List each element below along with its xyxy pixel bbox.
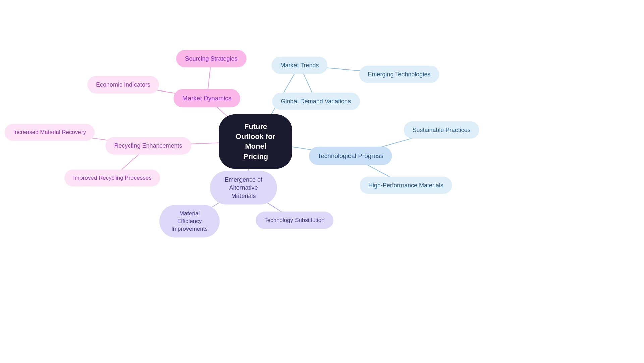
improved-recycling-processes-label: Improved Recycling Processes bbox=[73, 174, 151, 182]
emerging-technologies-node[interactable]: Emerging Technologies bbox=[359, 66, 439, 83]
market-dynamics-node[interactable]: Market Dynamics bbox=[174, 89, 240, 107]
sustainable-practices-node[interactable]: Sustainable Practices bbox=[404, 121, 479, 139]
technological-progress-node[interactable]: Technological Progress bbox=[309, 147, 392, 165]
economic-indicators-node[interactable]: Economic Indicators bbox=[87, 76, 159, 94]
emergence-alternative-node[interactable]: Emergence of AlternativeMaterials bbox=[210, 171, 277, 205]
emergence-alternative-label: Emergence of AlternativeMaterials bbox=[219, 176, 268, 200]
technological-progress-label: Technological Progress bbox=[318, 152, 383, 160]
material-efficiency-label: Material EfficiencyImprovements bbox=[168, 210, 211, 233]
recycling-enhancements-label: Recycling Enhancements bbox=[114, 142, 182, 150]
technology-substitution-node[interactable]: Technology Substitution bbox=[256, 212, 333, 229]
increased-material-recovery-node[interactable]: Increased Material Recovery bbox=[5, 124, 95, 141]
sustainable-practices-label: Sustainable Practices bbox=[412, 126, 470, 134]
global-demand-variations-node[interactable]: Global Demand Variations bbox=[272, 93, 360, 110]
market-trends-label: Market Trends bbox=[280, 61, 319, 69]
market-dynamics-label: Market Dynamics bbox=[182, 94, 232, 103]
high-performance-materials-node[interactable]: High-Performance Materials bbox=[360, 177, 452, 194]
center-label: Future Outlook for MonelPricing bbox=[229, 122, 282, 162]
economic-indicators-label: Economic Indicators bbox=[96, 81, 150, 89]
increased-material-recovery-label: Increased Material Recovery bbox=[13, 129, 86, 136]
emerging-technologies-label: Emerging Technologies bbox=[368, 70, 431, 78]
improved-recycling-processes-node[interactable]: Improved Recycling Processes bbox=[64, 170, 160, 187]
material-efficiency-node[interactable]: Material EfficiencyImprovements bbox=[159, 205, 220, 238]
high-performance-materials-label: High-Performance Materials bbox=[368, 181, 443, 189]
center-node: Future Outlook for MonelPricing bbox=[219, 114, 292, 169]
sourcing-strategies-label: Sourcing Strategies bbox=[185, 55, 237, 63]
global-demand-variations-label: Global Demand Variations bbox=[281, 97, 351, 105]
recycling-enhancements-node[interactable]: Recycling Enhancements bbox=[105, 137, 191, 155]
sourcing-strategies-node[interactable]: Sourcing Strategies bbox=[176, 50, 246, 67]
technology-substitution-label: Technology Substitution bbox=[264, 217, 325, 224]
market-trends-node[interactable]: Market Trends bbox=[271, 57, 327, 74]
